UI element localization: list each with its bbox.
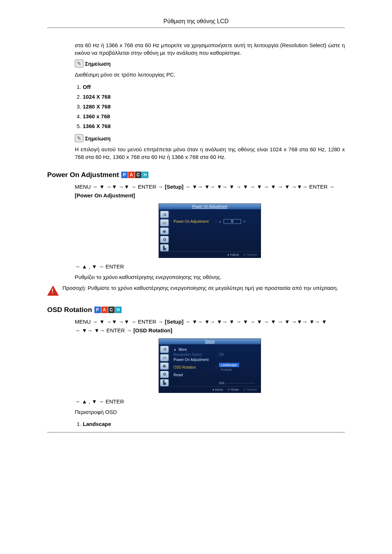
setup-icon: ✿ — [160, 371, 169, 378]
badge-p-icon: P — [94, 307, 101, 313]
sound-icon: ◉ — [160, 362, 169, 370]
list-item: 1366 X 768 — [83, 123, 345, 129]
setup-icon: ✿ — [160, 236, 169, 243]
intro-paragraph: στα 60 Hz ή 1366 x 768 στα 60 Hz μπορείτ… — [75, 42, 345, 57]
osd-row-osdrot: OSD Rotation — [173, 365, 213, 369]
osd-field-value: 0 — [224, 219, 241, 224]
osd-preview-rotation: Setup ⇉ ▭ ◉ ✿ ▙ More Resolution Select :… — [159, 338, 261, 393]
osd-rot-desc: Περιστροφή OSD — [75, 409, 345, 416]
spinner-icon: ▲ — [219, 220, 221, 223]
warning-icon — [47, 286, 59, 296]
badge-c-icon: C — [135, 172, 142, 178]
osd-row-poa: Power On Adjustment — [173, 358, 213, 362]
nav-after: → ▲ , ▼ → ENTER — [75, 398, 345, 406]
section-heading-osd-rotation: OSD Rotation — [47, 306, 92, 314]
warning-text: Προσοχή: Ρυθμίστε το χρόνο καθυστέρησης … — [62, 285, 345, 291]
list-item: Off — [83, 84, 345, 90]
osd-serial-number: S/N : - - - - - - - - - - - - - - — [173, 381, 257, 385]
osd-title: Setup — [159, 339, 261, 344]
osd-option-portrait: Portrait — [219, 368, 239, 372]
badge-a-icon: A — [128, 172, 135, 178]
pc-only-text: Διαθέσιμη μόνο σε τρόπο λειτουργίας PC. — [75, 71, 345, 79]
badge-p-icon: P — [121, 172, 128, 178]
osd-footer-enter: ⏎ Enter — [227, 388, 239, 391]
note-label: Σημείωση — [85, 135, 111, 141]
osd-footer-return: ↺ Return — [243, 253, 257, 257]
osd-footer-return: ↺ Return — [243, 388, 257, 391]
badge-h-icon: H — [142, 172, 148, 178]
rotation-list: Landscape — [75, 421, 345, 427]
picture-icon: ▭ — [160, 219, 169, 226]
note-icon: ✎ — [75, 134, 83, 142]
note-label: Σημείωση — [85, 61, 111, 67]
footer-rule — [47, 432, 345, 432]
osd-preview-power-on: Power On Adjustment ⇉ ▭ ◉ ✿ ▙ Power On A… — [159, 204, 261, 258]
osd-footer-move: ♦ Move — [212, 388, 223, 391]
osd-sidebar: ⇉ ▭ ◉ ✿ ▙ — [159, 209, 170, 251]
list-item: 1024 X 768 — [83, 94, 345, 100]
note-body: Η επιλογή αυτού του μενού επιτρέπεται μό… — [75, 146, 345, 161]
resolution-list: Off 1024 X 768 1280 X 768 1360 x 768 136… — [75, 84, 345, 129]
mode-badges: P A C H — [121, 172, 148, 178]
section-heading-power-on: Power On Adjustment — [47, 171, 119, 179]
note-icon: ✎ — [75, 59, 83, 67]
list-item: 1360 x 768 — [83, 113, 345, 119]
osd-title: Power On Adjustment — [159, 204, 261, 209]
badge-a-icon: A — [101, 307, 108, 313]
input-icon: ⇉ — [160, 211, 169, 218]
osd-row-res-value: Off — [219, 353, 224, 357]
list-item: Landscape — [83, 421, 345, 427]
page-title: Ρύθμιση της οθόνης LCD — [47, 18, 345, 28]
osd-more: More — [173, 348, 257, 352]
osd-sidebar: ⇉ ▭ ◉ ✿ ▙ — [159, 344, 170, 386]
badge-h-icon: H — [115, 307, 122, 313]
power-on-desc: Ρυθμίζει το χρόνο καθυστέρησης ενεργοποί… — [75, 274, 345, 281]
menu-path: MENU → ▼ →▼ →▼ → ENTER → [Setup] → ▼→ ▼→… — [75, 317, 345, 335]
menu-path: MENU → ▼ →▼ →▼ → ENTER → [Setup] → ▼→ ▼→… — [75, 182, 345, 200]
list-item: 1280 X 768 — [83, 103, 345, 110]
osd-option-landscape: Landscape — [219, 363, 239, 367]
nav-after: → ▲ , ▼ → ENTER — [75, 263, 345, 271]
spinner-icon: ▼ — [243, 220, 246, 223]
osd-row-res: Resolution Select — [173, 353, 213, 357]
input-icon: ⇉ — [160, 346, 169, 353]
multi-icon: ▙ — [160, 379, 169, 386]
multi-icon: ▙ — [160, 244, 169, 251]
mode-badges: P A C H — [94, 307, 122, 313]
osd-field-label: Power On Adjustment — [173, 219, 213, 223]
picture-icon: ▭ — [160, 354, 169, 361]
sound-icon: ◉ — [160, 227, 169, 235]
osd-footer-adjust: ♦ Adjust — [228, 253, 239, 257]
osd-row-reset: Reset — [173, 373, 213, 377]
badge-c-icon: C — [108, 307, 115, 313]
